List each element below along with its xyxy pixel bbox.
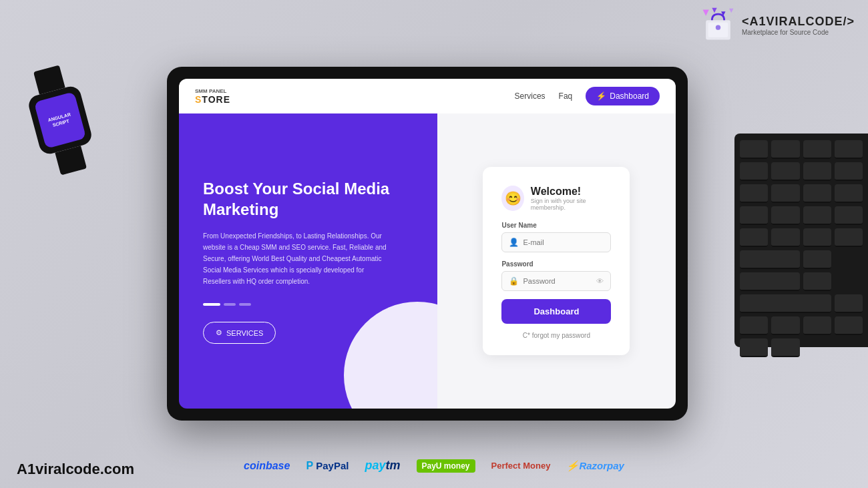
key xyxy=(771,184,799,203)
login-subtitle: Sign in with your site membership. xyxy=(531,198,612,211)
login-title-block: Welcome! Sign in with your site membersh… xyxy=(531,186,612,211)
dashboard-icon: ⚡ xyxy=(596,91,606,101)
smiley-icon: 😊 xyxy=(501,186,523,211)
nav-logo-bottom-text: STORE xyxy=(195,94,230,105)
nav-logo: SMM PANEL STORE xyxy=(195,88,230,105)
key xyxy=(771,338,799,357)
carousel-dots xyxy=(203,303,413,306)
nav-dashboard-button[interactable]: ⚡ Dashboard xyxy=(586,87,660,105)
key xyxy=(803,228,831,247)
keyboard xyxy=(734,134,868,367)
login-header: 😊 Welcome! Sign in with your site member… xyxy=(501,186,611,211)
watch-body: ANGULARSCRIPT xyxy=(27,84,94,156)
services-icon: ⚙ xyxy=(216,328,222,337)
login-card: 😊 Welcome! Sign in with your site member… xyxy=(483,167,630,355)
key xyxy=(803,316,831,335)
email-field-wrapper: 👤 xyxy=(501,232,611,252)
paypal-text: PayPal xyxy=(316,460,349,471)
coinbase-logo: coinbase xyxy=(244,460,290,472)
dot-1 xyxy=(203,303,220,306)
svg-marker-3 xyxy=(712,8,716,13)
key xyxy=(771,206,799,225)
key xyxy=(803,140,831,159)
nav-logo-s: S xyxy=(195,94,202,105)
email-input[interactable] xyxy=(523,238,604,246)
eye-icon[interactable]: 👁 xyxy=(596,277,604,285)
password-label: Password xyxy=(501,260,611,268)
username-label: User Name xyxy=(501,222,611,229)
key xyxy=(835,228,863,247)
password-input[interactable] xyxy=(523,277,596,285)
key xyxy=(740,316,768,335)
svg-rect-1 xyxy=(708,23,728,37)
lock-icon: 🔒 xyxy=(509,276,519,286)
paypal-p-icon: P xyxy=(306,460,313,471)
key xyxy=(835,140,863,159)
bottom-website: A1viralcode.com xyxy=(17,461,134,478)
key xyxy=(740,184,768,203)
key xyxy=(771,316,799,335)
key xyxy=(740,140,768,159)
key xyxy=(740,250,800,269)
nav-logo-top-text: SMM PANEL xyxy=(195,88,230,94)
forgot-password-link[interactable]: C* forgot my password xyxy=(501,332,611,339)
left-panel: Boost Your Social Media Marketing From U… xyxy=(179,113,437,409)
key xyxy=(740,228,768,247)
services-label: SERVICES xyxy=(226,329,263,337)
key xyxy=(803,250,831,269)
top-logo: <A1VIRALCODE/> Marketplace for Source Co… xyxy=(700,7,855,43)
navbar: SMM PANEL STORE Services Faq ⚡ Dashboard xyxy=(179,79,676,113)
perfectmoney-logo: Perfect Money xyxy=(491,461,551,471)
key xyxy=(803,184,831,203)
a1viralcode-logo-icon xyxy=(700,7,736,43)
login-title: Welcome! xyxy=(531,186,612,198)
payumoney-logo: PayU money xyxy=(417,459,475,473)
nav-faq-link[interactable]: Faq xyxy=(559,91,573,101)
user-icon: 👤 xyxy=(509,238,519,247)
password-field-wrapper: 🔒 👁 xyxy=(501,271,611,291)
key xyxy=(740,206,768,225)
watch-screen-text: ANGULARSCRIPT xyxy=(47,111,73,130)
nav-services-link[interactable]: Services xyxy=(515,91,546,101)
key xyxy=(740,294,831,313)
key xyxy=(835,294,863,313)
svg-marker-2 xyxy=(703,10,709,16)
nav-cta-label: Dashboard xyxy=(610,91,649,101)
razorpay-text: ⚡Razorpay xyxy=(566,460,624,471)
key xyxy=(771,140,799,159)
keyboard-body xyxy=(734,134,868,347)
svg-point-6 xyxy=(716,25,720,30)
paytm-logo: paytm xyxy=(365,459,400,473)
nav-logo-rest: TORE xyxy=(202,94,230,105)
payment-logos: coinbase P PayPal paytm PayU money Perfe… xyxy=(244,459,624,473)
hero-description: From Unexpected Friendships, to Lasting … xyxy=(203,230,390,287)
dot-3 xyxy=(239,303,251,306)
brand-name: <A1VIRALCODE/> xyxy=(742,15,855,29)
key xyxy=(835,184,863,203)
dot-2 xyxy=(224,303,236,306)
services-button[interactable]: ⚙ SERVICES xyxy=(203,322,276,344)
bottom-area: coinbase P PayPal paytm PayU money Perfe… xyxy=(0,421,868,488)
login-dashboard-button[interactable]: Dashboard xyxy=(501,299,611,324)
key xyxy=(803,162,831,181)
right-panel: 😊 Welcome! Sign in with your site member… xyxy=(437,113,676,409)
hero-title: Boost Your Social Media Marketing xyxy=(203,178,413,220)
key xyxy=(803,272,831,291)
razorpay-logo: ⚡Razorpay xyxy=(566,460,624,472)
key xyxy=(740,338,768,357)
key xyxy=(835,206,863,225)
key xyxy=(835,162,863,181)
key xyxy=(771,228,799,247)
tablet: SMM PANEL STORE Services Faq ⚡ Dashboard… xyxy=(167,67,688,421)
key xyxy=(803,206,831,225)
key xyxy=(771,162,799,181)
key xyxy=(835,316,863,335)
main-content: Boost Your Social Media Marketing From U… xyxy=(179,113,676,409)
key xyxy=(740,162,768,181)
tablet-screen: SMM PANEL STORE Services Faq ⚡ Dashboard… xyxy=(179,79,676,409)
svg-marker-5 xyxy=(729,9,733,13)
key xyxy=(740,272,800,291)
paypal-logo: P PayPal xyxy=(306,460,349,472)
logo-text-block: <A1VIRALCODE/> Marketplace for Source Co… xyxy=(742,15,855,36)
watch-screen: ANGULARSCRIPT xyxy=(34,91,87,149)
